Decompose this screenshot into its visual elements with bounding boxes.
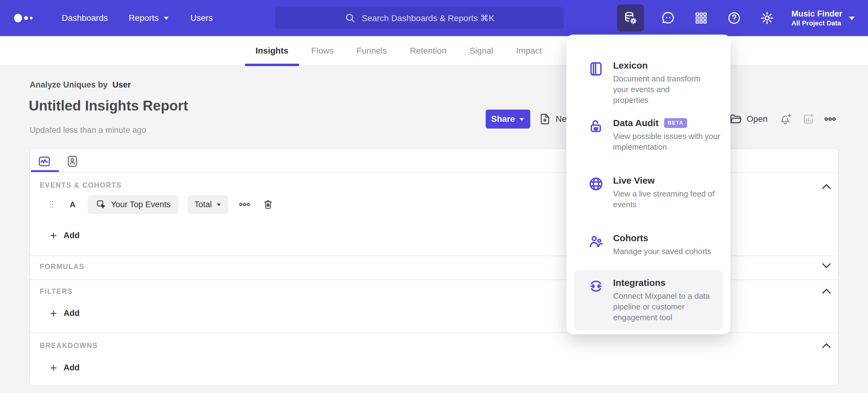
breakdowns-label: BREAKDOWNS (40, 342, 98, 350)
search-placeholder: Search Dashboards & Reports ⌘K (362, 13, 494, 23)
filters-label: FILTERS (40, 287, 73, 296)
mixpanel-logo-icon[interactable] (13, 13, 41, 23)
project-labels: Music Finder All Project Data (791, 8, 842, 28)
chevron-up-icon (821, 341, 832, 349)
open-label: Open (747, 114, 768, 124)
event-row-more-button[interactable] (239, 199, 250, 210)
analyze-value-dropdown[interactable]: User (113, 80, 131, 90)
document-plus-icon (538, 113, 551, 125)
aggregation-value: Total (194, 200, 212, 209)
tab-impact[interactable]: Impact (516, 36, 542, 65)
add-filter-button[interactable]: Add (49, 309, 80, 318)
project-name: Music Finder (791, 8, 842, 19)
event-selector-button[interactable]: Your Top Events (88, 195, 179, 214)
menu-item-desc: View possible issues with your implement… (613, 131, 728, 152)
analyze-row: Analyze Uniques by User (30, 80, 131, 90)
data-management-button[interactable] (617, 5, 644, 31)
trash-icon (262, 199, 274, 210)
menu-item-live-view[interactable]: Live View View a live streaming feed of … (574, 168, 723, 217)
globe-icon (588, 176, 604, 192)
tab-flows[interactable]: Flows (311, 36, 334, 65)
menu-item-title: Lexicon (613, 60, 648, 71)
menu-item-desc: Connect Mixpanel to a data pipeline or c… (613, 291, 715, 323)
caret-down-icon (848, 15, 856, 21)
menu-item-integrations[interactable]: Integrations Connect Mixpanel to a data … (574, 270, 723, 330)
event-name: Your Top Events (111, 200, 170, 209)
profiles-view-tab[interactable] (65, 154, 80, 168)
nav-item-label: Reports (129, 13, 159, 23)
project-scope: All Project Data (791, 19, 842, 28)
add-event-button[interactable]: Add (49, 231, 80, 240)
report-title[interactable]: Untitled Insights Report (29, 97, 188, 114)
nav-item-label: Dashboards (62, 13, 108, 23)
apps-grid-button[interactable] (692, 9, 710, 27)
sync-arrows-icon (588, 278, 604, 294)
caret-down-icon (163, 16, 169, 21)
grid-icon (694, 11, 708, 25)
bell-plus-icon (779, 113, 792, 125)
chart-pulse-icon (37, 154, 51, 168)
share-label: Share (491, 114, 515, 124)
menu-item-title: Live View (613, 175, 655, 186)
add-label: Add (64, 309, 80, 318)
settings-button[interactable] (758, 9, 776, 27)
help-button[interactable] (725, 9, 743, 27)
database-gear-icon (623, 10, 638, 26)
aggregation-dropdown[interactable]: Total (188, 195, 228, 214)
book-icon (588, 61, 604, 77)
collapse-events-chevron[interactable] (821, 182, 832, 190)
nav-item-dashboards[interactable]: Dashboards (62, 13, 108, 23)
add-label: Add (64, 363, 80, 372)
search-input[interactable]: Search Dashboards & Reports ⌘K (275, 7, 564, 29)
menu-item-lexicon[interactable]: Lexicon Document and transform your even… (574, 53, 723, 113)
delete-event-button[interactable] (262, 199, 274, 210)
menu-item-title: Data Audit (613, 118, 659, 128)
drag-dots-icon (48, 199, 56, 210)
ellipsis-icon (239, 199, 250, 210)
search-icon (344, 12, 356, 24)
caret-down-icon (216, 203, 222, 206)
share-button[interactable]: Share (486, 110, 530, 129)
tab-funnels[interactable]: Funnels (356, 36, 387, 65)
menu-item-desc: Document and transform your events and p… (613, 74, 705, 106)
updated-timestamp: Updated less than a minute ago (30, 125, 146, 135)
nav-item-users[interactable]: Users (190, 13, 213, 23)
create-alert-button[interactable] (779, 110, 792, 128)
tab-insights[interactable]: Insights (255, 36, 288, 65)
more-actions-button[interactable] (824, 110, 836, 128)
beta-badge: BETA (664, 118, 687, 128)
menu-item-desc: Manage your saved cohorts (613, 246, 735, 257)
top-nav: Dashboards Reports Users Search Dashboar… (0, 0, 868, 36)
plus-icon (49, 363, 58, 372)
mixpanel-app: Dashboards Reports Users Search Dashboar… (0, 0, 868, 393)
nav-links: Dashboards Reports Users (62, 13, 213, 23)
menu-item-cohorts[interactable]: Cohorts Manage your saved cohorts (574, 226, 723, 264)
feedback-button[interactable] (659, 9, 677, 27)
chevron-down-icon (821, 261, 832, 270)
person-card-icon (65, 154, 80, 168)
lock-audit-icon (588, 118, 604, 134)
add-label: Add (64, 231, 80, 240)
drag-handle[interactable] (48, 199, 56, 210)
tab-signal[interactable]: Signal (469, 36, 493, 65)
add-breakdown-button[interactable]: Add (49, 363, 80, 372)
cursor-select-icon (96, 199, 107, 210)
open-report-button[interactable]: Open (729, 110, 768, 128)
people-icon (588, 233, 604, 249)
nav-item-reports[interactable]: Reports (129, 13, 169, 23)
add-to-dashboard-button[interactable] (802, 110, 815, 128)
folder-open-icon (729, 112, 742, 126)
collapse-breakdowns-chevron[interactable] (821, 341, 832, 349)
metrics-view-tab[interactable] (37, 154, 51, 168)
series-letter: A (70, 200, 75, 209)
expand-formulas-chevron[interactable] (821, 261, 832, 270)
tab-retention[interactable]: Retention (410, 36, 446, 65)
project-switcher[interactable]: Music Finder All Project Data (791, 8, 856, 28)
menu-item-data-audit[interactable]: Data Audit BETA View possible issues wit… (574, 111, 723, 160)
chevron-up-icon (821, 182, 832, 190)
menu-item-title: Integrations (613, 278, 666, 288)
nav-item-label: Users (190, 13, 213, 23)
report-tabbar: Insights Flows Funnels Retention Signal … (0, 36, 868, 65)
collapse-filters-chevron[interactable] (821, 286, 832, 295)
analyze-prefix: Analyze Uniques by (30, 80, 107, 90)
